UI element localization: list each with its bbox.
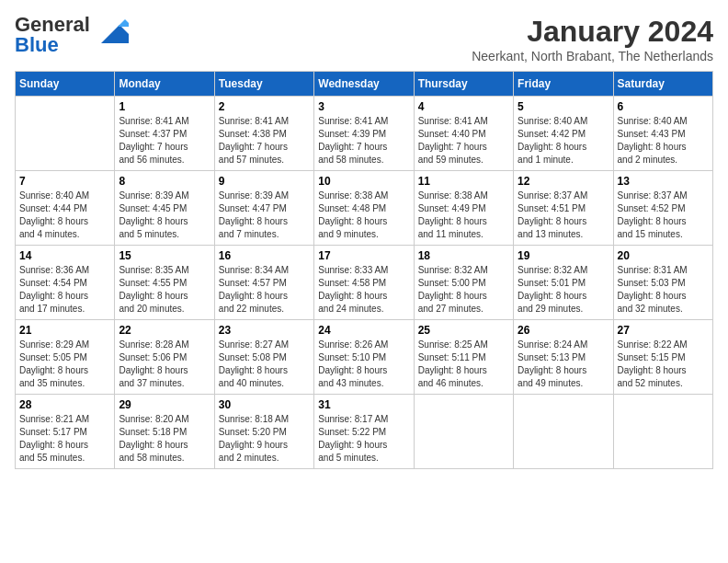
day-number: 30 [219,398,310,411]
calendar-cell: 28Sunrise: 8:21 AM Sunset: 5:17 PM Dayli… [16,395,115,469]
day-number: 22 [119,324,210,337]
day-number: 21 [19,324,110,337]
column-header-monday: Monday [115,72,214,97]
day-number: 8 [119,175,210,188]
day-number: 26 [518,324,609,337]
calendar-cell: 29Sunrise: 8:20 AM Sunset: 5:18 PM Dayli… [115,395,214,469]
day-number: 9 [219,175,310,188]
calendar-table: SundayMondayTuesdayWednesdayThursdayFrid… [15,71,713,469]
column-header-saturday: Saturday [613,72,712,97]
calendar-cell: 23Sunrise: 8:27 AM Sunset: 5:08 PM Dayli… [214,320,313,395]
calendar-cell [613,395,712,469]
day-number: 5 [518,100,609,113]
day-number: 28 [19,398,110,411]
day-info: Sunrise: 8:40 AM Sunset: 4:42 PM Dayligh… [518,115,609,167]
logo-text: General Blue [15,15,90,55]
week-row-2: 7Sunrise: 8:40 AM Sunset: 4:44 PM Daylig… [16,171,713,246]
calendar-cell: 3Sunrise: 8:41 AM Sunset: 4:39 PM Daylig… [314,97,414,171]
day-info: Sunrise: 8:20 AM Sunset: 5:18 PM Dayligh… [119,413,210,465]
day-info: Sunrise: 8:29 AM Sunset: 5:05 PM Dayligh… [19,339,110,390]
calendar-cell: 14Sunrise: 8:36 AM Sunset: 4:54 PM Dayli… [16,246,115,320]
logo: General Blue [15,15,129,55]
day-info: Sunrise: 8:41 AM Sunset: 4:40 PM Dayligh… [418,115,509,167]
day-info: Sunrise: 8:35 AM Sunset: 4:55 PM Dayligh… [119,264,210,316]
day-number: 24 [318,324,409,337]
calendar-cell: 18Sunrise: 8:32 AM Sunset: 5:00 PM Dayli… [414,246,513,320]
column-header-friday: Friday [514,72,613,97]
day-number: 16 [219,249,310,262]
title-block: January 2024 Neerkant, North Brabant, Th… [472,15,713,63]
day-info: Sunrise: 8:41 AM Sunset: 4:37 PM Dayligh… [119,115,210,167]
calendar-cell: 11Sunrise: 8:38 AM Sunset: 4:49 PM Dayli… [414,171,513,246]
day-info: Sunrise: 8:40 AM Sunset: 4:44 PM Dayligh… [19,190,110,241]
week-row-1: 1Sunrise: 8:41 AM Sunset: 4:37 PM Daylig… [16,97,713,171]
logo-blue: Blue [15,33,59,56]
day-number: 4 [418,100,509,113]
day-number: 18 [418,249,509,262]
calendar-cell [16,97,115,171]
day-info: Sunrise: 8:37 AM Sunset: 4:52 PM Dayligh… [618,190,709,241]
day-number: 31 [318,398,409,411]
calendar-cell: 13Sunrise: 8:37 AM Sunset: 4:52 PM Dayli… [613,171,712,246]
day-info: Sunrise: 8:21 AM Sunset: 5:17 PM Dayligh… [19,413,110,465]
calendar-cell: 6Sunrise: 8:40 AM Sunset: 4:43 PM Daylig… [613,97,712,171]
day-number: 29 [119,398,210,411]
calendar-cell: 16Sunrise: 8:34 AM Sunset: 4:57 PM Dayli… [214,246,313,320]
day-number: 6 [618,100,709,113]
week-row-5: 28Sunrise: 8:21 AM Sunset: 5:17 PM Dayli… [16,395,713,469]
day-info: Sunrise: 8:40 AM Sunset: 4:43 PM Dayligh… [618,115,709,167]
day-info: Sunrise: 8:17 AM Sunset: 5:22 PM Dayligh… [318,413,409,465]
day-info: Sunrise: 8:34 AM Sunset: 4:57 PM Dayligh… [219,264,310,316]
day-number: 3 [318,100,409,113]
day-info: Sunrise: 8:39 AM Sunset: 4:47 PM Dayligh… [219,190,310,241]
day-info: Sunrise: 8:22 AM Sunset: 5:15 PM Dayligh… [618,339,709,390]
day-info: Sunrise: 8:24 AM Sunset: 5:13 PM Dayligh… [518,339,609,390]
day-info: Sunrise: 8:41 AM Sunset: 4:38 PM Dayligh… [219,115,310,167]
calendar-cell: 5Sunrise: 8:40 AM Sunset: 4:42 PM Daylig… [514,97,613,171]
day-info: Sunrise: 8:38 AM Sunset: 4:49 PM Dayligh… [418,190,509,241]
day-number: 23 [219,324,310,337]
location: Neerkant, North Brabant, The Netherlands [472,49,713,63]
logo-icon [92,17,129,45]
day-info: Sunrise: 8:38 AM Sunset: 4:48 PM Dayligh… [318,190,409,241]
column-header-tuesday: Tuesday [214,72,313,97]
calendar-cell [514,395,613,469]
calendar-cell: 4Sunrise: 8:41 AM Sunset: 4:40 PM Daylig… [414,97,513,171]
calendar-cell: 30Sunrise: 8:18 AM Sunset: 5:20 PM Dayli… [214,395,313,469]
day-info: Sunrise: 8:28 AM Sunset: 5:06 PM Dayligh… [119,339,210,390]
day-number: 25 [418,324,509,337]
calendar-cell: 17Sunrise: 8:33 AM Sunset: 4:58 PM Dayli… [314,246,414,320]
week-row-4: 21Sunrise: 8:29 AM Sunset: 5:05 PM Dayli… [16,320,713,395]
day-number: 15 [119,249,210,262]
calendar-header-row: SundayMondayTuesdayWednesdayThursdayFrid… [16,72,713,97]
calendar-cell: 24Sunrise: 8:26 AM Sunset: 5:10 PM Dayli… [314,320,414,395]
calendar-cell: 2Sunrise: 8:41 AM Sunset: 4:38 PM Daylig… [214,97,313,171]
day-number: 12 [518,175,609,188]
calendar-cell: 10Sunrise: 8:38 AM Sunset: 4:48 PM Dayli… [314,171,414,246]
day-number: 17 [318,249,409,262]
day-info: Sunrise: 8:41 AM Sunset: 4:39 PM Dayligh… [318,115,409,167]
calendar-body: 1Sunrise: 8:41 AM Sunset: 4:37 PM Daylig… [16,97,713,469]
day-info: Sunrise: 8:37 AM Sunset: 4:51 PM Dayligh… [518,190,609,241]
calendar-cell: 7Sunrise: 8:40 AM Sunset: 4:44 PM Daylig… [16,171,115,246]
day-number: 1 [119,100,210,113]
column-header-sunday: Sunday [16,72,115,97]
day-info: Sunrise: 8:33 AM Sunset: 4:58 PM Dayligh… [318,264,409,316]
day-number: 27 [618,324,709,337]
svg-marker-0 [101,25,129,43]
day-number: 19 [518,249,609,262]
calendar-cell: 26Sunrise: 8:24 AM Sunset: 5:13 PM Dayli… [514,320,613,395]
day-info: Sunrise: 8:31 AM Sunset: 5:03 PM Dayligh… [618,264,709,316]
day-number: 10 [318,175,409,188]
calendar-cell: 25Sunrise: 8:25 AM Sunset: 5:11 PM Dayli… [414,320,513,395]
column-header-thursday: Thursday [414,72,513,97]
calendar-cell: 8Sunrise: 8:39 AM Sunset: 4:45 PM Daylig… [115,171,214,246]
day-number: 7 [19,175,110,188]
day-number: 13 [618,175,709,188]
calendar-cell: 31Sunrise: 8:17 AM Sunset: 5:22 PM Dayli… [314,395,414,469]
day-number: 14 [19,249,110,262]
calendar-cell: 21Sunrise: 8:29 AM Sunset: 5:05 PM Dayli… [16,320,115,395]
svg-marker-1 [118,19,129,27]
day-number: 20 [618,249,709,262]
calendar-cell: 22Sunrise: 8:28 AM Sunset: 5:06 PM Dayli… [115,320,214,395]
